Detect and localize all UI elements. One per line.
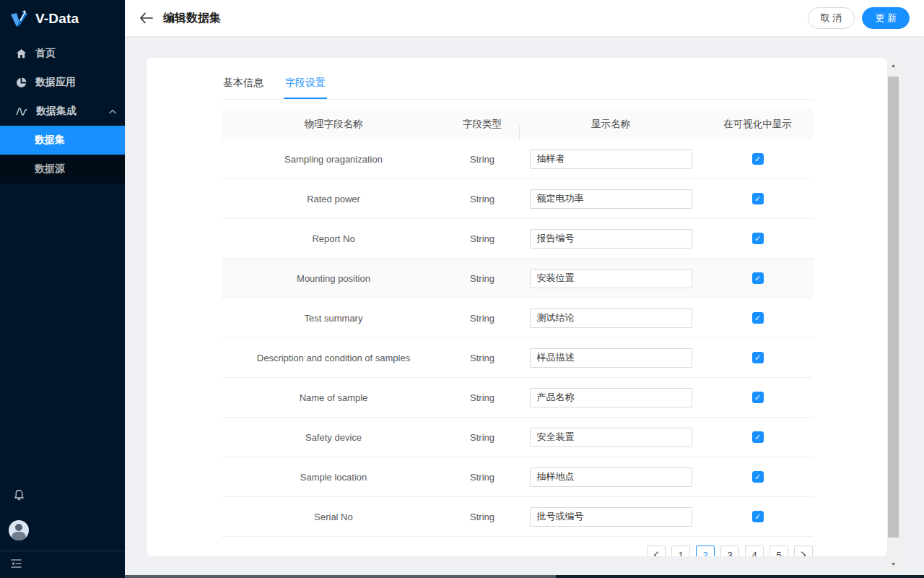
collapse-sidebar-button[interactable]	[0, 551, 125, 578]
display-name-input[interactable]	[530, 150, 692, 169]
pagination-next-button[interactable]	[794, 545, 813, 556]
sidebar-item-data-integration[interactable]: 数据集成	[0, 97, 125, 126]
field-type: String	[445, 432, 519, 443]
check-icon: ✓	[754, 473, 761, 481]
column-header-display-name: 显示名称	[519, 118, 702, 131]
tab-field-settings[interactable]: 字段设置	[284, 68, 327, 99]
sidebar-item-datasource[interactable]: 数据源	[0, 155, 125, 184]
display-name-input[interactable]	[530, 507, 692, 527]
display-name-input[interactable]	[530, 428, 692, 447]
field-type: String	[445, 194, 519, 204]
sidebar-submenu: 数据集 数据源	[0, 126, 125, 184]
avatar-person-icon	[15, 524, 22, 531]
pagination-page-button[interactable]: 3	[720, 545, 739, 556]
check-icon: ✓	[754, 275, 761, 282]
check-icon: ✓	[754, 314, 761, 322]
pie-chart-icon	[16, 77, 27, 88]
display-name-input[interactable]	[530, 467, 692, 487]
pagination-page-button[interactable]: 2	[696, 545, 715, 556]
sidebar-item-home[interactable]: 首页	[0, 39, 125, 68]
check-icon: ✓	[754, 434, 761, 441]
show-in-visualization-checkbox[interactable]: ✓	[752, 233, 764, 244]
brand-logo-row[interactable]: V-Data	[0, 0, 125, 38]
menu-fold-icon	[10, 558, 22, 569]
bell-icon	[14, 489, 25, 501]
sidebar: V-Data 首页 数据应用 数据集成	[0, 0, 125, 578]
column-header-show-in-viz: 在可视化中显示	[702, 118, 813, 131]
display-name-input[interactable]	[530, 229, 692, 249]
scroll-down-icon[interactable]: ▼	[887, 558, 899, 569]
sidebar-item-label: 数据源	[35, 163, 65, 176]
pagination-prev-button[interactable]	[647, 545, 666, 556]
physical-field-name: Sample location	[222, 472, 445, 483]
field-type: String	[445, 313, 519, 324]
show-in-visualization-checkbox[interactable]: ✓	[752, 392, 764, 403]
field-type: String	[445, 512, 519, 522]
update-button[interactable]: 更 新	[862, 7, 910, 29]
horizontal-scrollbar[interactable]	[125, 575, 924, 578]
show-in-visualization-checkbox[interactable]: ✓	[752, 153, 764, 165]
table-body: Sampling oraganizationString✓Rated power…	[222, 139, 813, 537]
show-in-visualization-checkbox[interactable]: ✓	[752, 511, 764, 522]
physical-field-name: Rated power	[222, 194, 445, 204]
physical-field-name: Name of sample	[222, 392, 445, 403]
tab-basic-info[interactable]: 基本信息	[222, 68, 265, 99]
column-header-field-type: 字段类型	[445, 118, 519, 131]
fields-table: 物理字段名称 字段类型 显示名称 在可视化中显示 Sampling oragan…	[222, 109, 813, 537]
topbar-actions: 取 消 更 新	[808, 7, 910, 29]
table-row: Name of sampleString✓	[222, 378, 813, 418]
scroll-up-icon[interactable]: ▲	[887, 59, 899, 71]
physical-field-name: Safety device	[222, 432, 445, 443]
table-row: Description and condition of samplesStri…	[222, 338, 813, 378]
physical-field-name: Mounting position	[222, 273, 445, 284]
field-type: String	[445, 353, 519, 363]
table-row: Test summaryString✓	[222, 298, 813, 338]
integration-icon	[16, 106, 27, 117]
table-row: Sample locationString✓	[222, 457, 813, 497]
sidebar-item-label: 首页	[35, 47, 56, 60]
pagination-page-button[interactable]: 5	[770, 545, 788, 556]
table-header: 物理字段名称 字段类型 显示名称 在可视化中显示	[222, 109, 813, 139]
display-name-input[interactable]	[530, 348, 692, 368]
show-in-visualization-checkbox[interactable]: ✓	[752, 352, 764, 363]
table-row: Sampling oraganizationString✓	[222, 139, 813, 179]
display-name-input[interactable]	[530, 388, 692, 407]
user-avatar[interactable]	[9, 520, 29, 540]
physical-field-name: Report No	[222, 233, 445, 244]
scrollbar-thumb[interactable]	[888, 77, 899, 538]
field-type: String	[445, 154, 519, 165]
display-name-input[interactable]	[530, 309, 692, 328]
show-in-visualization-checkbox[interactable]: ✓	[752, 312, 764, 324]
display-name-input[interactable]	[530, 189, 692, 209]
horizontal-scrollbar-thumb[interactable]	[125, 575, 556, 578]
pagination: 12345	[222, 545, 813, 556]
sidebar-item-data-apps[interactable]: 数据应用	[0, 68, 125, 97]
vertical-scrollbar[interactable]: ▲ ▼	[887, 59, 899, 569]
table-row: Serial NoString✓	[222, 497, 813, 537]
sidebar-footer	[0, 489, 125, 578]
show-in-visualization-checkbox[interactable]: ✓	[752, 431, 764, 443]
notifications-button[interactable]	[0, 489, 125, 503]
display-name-input[interactable]	[530, 269, 692, 288]
brand-name: V-Data	[35, 11, 79, 27]
arrow-left-icon	[139, 12, 153, 24]
page-title: 编辑数据集	[163, 11, 221, 26]
table-row: Mounting positionString✓	[222, 259, 813, 298]
chevron-up-icon	[109, 109, 116, 114]
back-button[interactable]	[139, 12, 153, 24]
v-data-logo-icon	[9, 9, 29, 29]
check-icon: ✓	[754, 354, 761, 362]
physical-field-name: Description and condition of samples	[222, 353, 445, 363]
pagination-page-button[interactable]: 4	[745, 545, 764, 556]
sidebar-item-label: 数据应用	[35, 76, 76, 89]
table-row: Report NoString✓	[222, 219, 813, 259]
show-in-visualization-checkbox[interactable]: ✓	[752, 193, 764, 204]
home-icon	[16, 48, 27, 59]
check-icon: ✓	[754, 235, 761, 243]
cancel-button[interactable]: 取 消	[808, 7, 855, 29]
field-type: String	[445, 472, 519, 483]
show-in-visualization-checkbox[interactable]: ✓	[752, 471, 764, 483]
sidebar-item-dataset[interactable]: 数据集	[0, 126, 125, 155]
show-in-visualization-checkbox[interactable]: ✓	[752, 272, 764, 284]
pagination-page-button[interactable]: 1	[671, 545, 690, 556]
